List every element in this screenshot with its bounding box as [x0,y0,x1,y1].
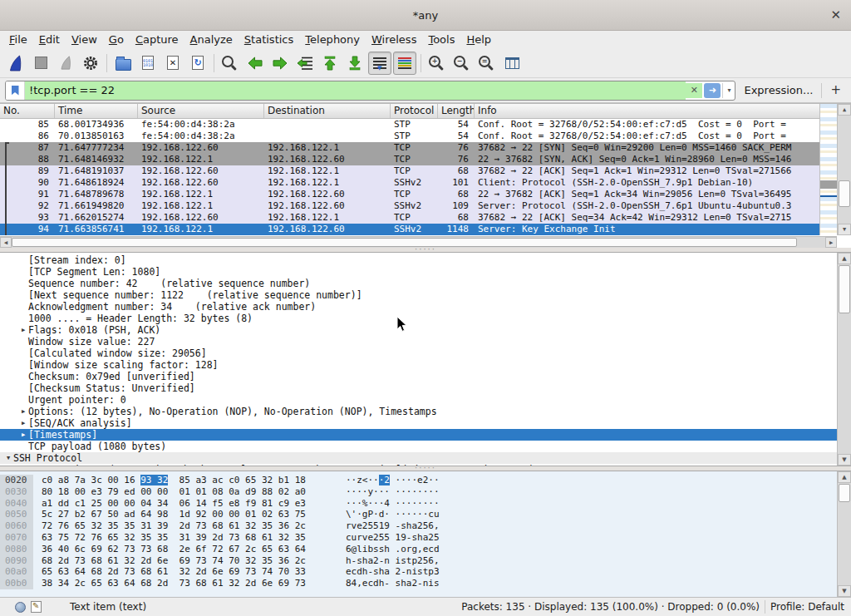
scroll-up-icon[interactable]: ▲ [838,253,851,264]
packet-row-93[interactable]: 9371.662015274192.168.122.60192.168.122.… [0,212,819,224]
menu-file[interactable]: File [3,32,33,47]
menu-capture[interactable]: Capture [130,32,184,47]
hex-row-0060[interactable]: 006072 76 65 32 35 35 31 39 2d 73 68 61 … [0,520,837,532]
detail-row[interactable]: Window size value: 227 [0,336,837,347]
zoom-original-icon[interactable]: = [475,52,499,75]
detail-row[interactable]: ▼SSH Protocol [0,452,837,464]
expression-button[interactable]: Expression... [740,84,816,96]
detail-row[interactable]: [Next sequence number: 1122 (relative se… [0,289,837,301]
display-filter-field[interactable]: !tcp.port == 22 ✕ ➜ ▾ [5,81,735,101]
packet-row-85[interactable]: 8568.001734936fe:54:00:d4:38:2aSTP54Conf… [0,119,819,131]
titlebar[interactable]: *any ✕ [0,0,851,31]
column-header-protocol[interactable]: Protocol [391,104,438,118]
column-header-destination[interactable]: Destination [264,104,391,118]
menu-help[interactable]: Help [460,32,497,47]
menu-wireless[interactable]: Wireless [366,32,422,47]
scroll-thumb[interactable] [839,180,850,207]
go-first-packet-icon[interactable] [318,52,342,75]
stop-capture-icon[interactable] [29,52,52,75]
detail-row[interactable]: Acknowledgment number: 34 (relative ack … [0,301,837,313]
scroll-up-icon[interactable]: ▲ [838,104,851,116]
reload-file-icon[interactable]: ↻ [186,52,209,75]
packet-row-88[interactable]: 8871.648146932192.168.122.1192.168.122.6… [0,154,819,165]
close-icon[interactable]: ✕ [830,7,841,22]
hex-row-0050[interactable]: 00505c 27 b2 67 50 ad 64 98 1d 92 00 00 … [0,509,837,520]
save-file-icon[interactable]: 01011010 [136,52,160,75]
packet-row-91[interactable]: 9171.648789678192.168.122.1192.168.122.6… [0,189,819,200]
expanded-icon[interactable]: ▼ [3,452,13,464]
collapsed-icon[interactable]: ▶ [18,417,28,429]
column-header-time[interactable]: Time [55,104,138,118]
scroll-up-icon[interactable]: ▲ [838,471,851,483]
column-header-source[interactable]: Source [138,104,264,118]
close-file-icon[interactable]: ✕ [161,52,184,75]
scroll-thumb[interactable] [839,265,850,313]
hex-row-00a0[interactable]: 00a065 63 64 68 2d 73 68 61 32 2d 6e 69 … [0,566,837,578]
scroll-thumb[interactable] [839,484,850,502]
packet-row-90[interactable]: 9071.648618924192.168.122.60192.168.122.… [0,177,819,189]
detail-row[interactable]: ▶Options: (12 bytes), No-Operation (NOP)… [0,406,837,417]
hex-row-0080[interactable]: 008036 40 6c 69 62 73 73 68 2e 6f 72 67 … [0,544,837,555]
packet-list-vscrollbar[interactable]: ▲ ▼ [837,104,851,235]
menu-view[interactable]: View [66,32,103,47]
menu-statistics[interactable]: Statistics [239,32,299,47]
packet-row-89[interactable]: 8971.648191037192.168.122.60192.168.122.… [0,165,819,177]
scroll-down-icon[interactable]: ▼ [838,224,851,235]
packet-row-86[interactable]: 8670.013850163fe:54:00:d4:38:2aSTP54Conf… [0,131,819,142]
go-to-packet-icon[interactable] [293,52,317,75]
scroll-left-icon[interactable]: ◀ [0,237,12,248]
capture-comment-icon[interactable] [31,601,42,613]
scroll-right-icon[interactable]: ▶ [825,237,837,248]
detail-vscrollbar[interactable]: ▲ ▼ [837,253,851,466]
filter-bookmark-button[interactable] [6,81,25,100]
auto-scroll-icon[interactable]: ▼ [368,52,391,75]
detail-row[interactable]: ▶Flags: 0x018 (PSH, ACK) [0,324,837,336]
detail-row[interactable]: [Checksum Status: Unverified] [0,382,837,394]
zoom-out-icon[interactable]: − [450,52,474,75]
column-header-no[interactable]: No. [0,104,55,118]
collapsed-icon[interactable]: ▶ [18,406,28,417]
column-header-info[interactable]: Info [475,104,819,118]
menu-analyze[interactable]: Analyze [184,32,239,47]
hex-row-0030[interactable]: 003080 18 00 e3 79 ed 00 00 01 01 08 0a … [0,486,837,498]
filter-dropdown-icon[interactable]: ▾ [722,83,735,98]
zoom-in-icon[interactable]: + [426,52,449,75]
detail-row[interactable]: [TCP Segment Len: 1080] [0,266,837,278]
detail-row[interactable]: 1000 .... = Header Length: 32 bytes (8) [0,313,837,324]
open-file-icon[interactable] [111,52,135,75]
go-back-icon[interactable] [243,52,267,75]
hex-vscrollbar[interactable]: ▲ ▼ [837,471,851,597]
packet-row-94[interactable]: 9471.663856741192.168.122.1192.168.122.6… [0,224,819,235]
capture-options-icon[interactable] [79,52,102,75]
detail-row[interactable]: ▶[SEQ/ACK analysis] [0,417,837,429]
hex-row-00b0[interactable]: 00b038 34 2c 65 63 64 68 2d 73 68 61 32 … [0,578,837,589]
menu-edit[interactable]: Edit [33,32,66,47]
scroll-down-icon[interactable]: ▼ [838,454,851,466]
scroll-down-icon[interactable]: ▼ [838,585,851,597]
packet-row-87[interactable]: 8771.647777234192.168.122.60192.168.122.… [0,142,819,154]
resize-columns-icon[interactable] [500,52,524,75]
detail-row[interactable]: [Window size scaling factor: 128] [0,359,837,371]
scroll-thumb[interactable] [12,238,797,247]
packet-list-minimap[interactable] [819,104,837,235]
detail-row[interactable]: TCP payload (1080 bytes) [0,441,837,452]
collapsed-icon[interactable]: ▶ [18,429,28,441]
colorize-packets-icon[interactable] [393,52,416,75]
expert-info-icon[interactable] [15,602,26,613]
detail-row[interactable]: Checksum: 0x79ed [unverified] [0,371,837,382]
hex-row-0020[interactable]: 0020c0 a8 7a 3c 00 16 93 32 85 a3 ac c0 … [0,475,837,486]
go-last-packet-icon[interactable] [343,52,366,75]
detail-row[interactable]: [Stream index: 0] [0,254,837,266]
hex-row-0090[interactable]: 009068 2d 73 68 61 32 2d 6e 69 73 74 70 … [0,555,837,567]
go-forward-icon[interactable] [268,52,292,75]
menu-telephony[interactable]: Telephony [299,32,366,47]
start-capture-icon[interactable] [4,52,27,75]
filter-clear-icon[interactable]: ✕ [686,83,702,98]
filter-input[interactable]: !tcp.port == 22 [25,81,686,100]
filter-apply-icon[interactable]: ➜ [704,83,721,98]
detail-row[interactable]: Sequence number: 42 (relative sequence n… [0,278,837,289]
menu-tools[interactable]: Tools [422,32,460,47]
hex-row-0040[interactable]: 0040a1 dd c1 25 00 00 04 34 06 14 f5 e8 … [0,498,837,510]
menu-go[interactable]: Go [103,32,130,47]
add-filter-button[interactable]: + [827,82,846,99]
